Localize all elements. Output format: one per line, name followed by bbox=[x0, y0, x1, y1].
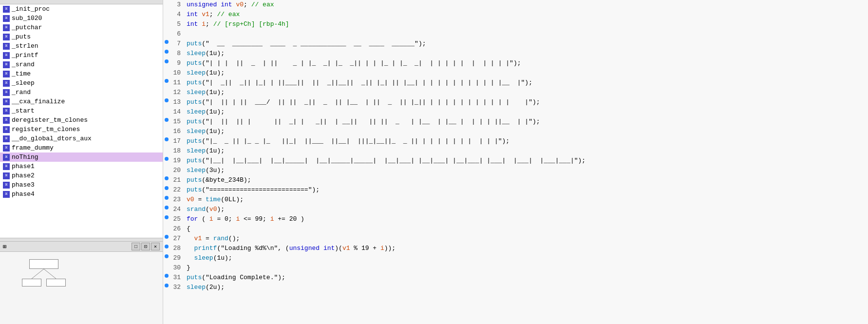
breakpoint-dot bbox=[165, 274, 169, 278]
function-item-_sleep[interactable]: ⌘_sleep bbox=[0, 78, 163, 88]
function-icon: ⌘ bbox=[3, 61, 10, 68]
function-item-_init_proc[interactable]: ⌘_init_proc bbox=[0, 4, 163, 14]
function-label: phase1 bbox=[12, 163, 35, 170]
code-line-29: 29 sleep(1u); bbox=[163, 253, 868, 263]
function-item-frame_dummy[interactable]: ⌘frame_dummy bbox=[0, 143, 163, 152]
line-dot-20 bbox=[163, 166, 170, 167]
line-dot-17 bbox=[163, 136, 170, 141]
function-item-phase2[interactable]: ⌘phase2 bbox=[0, 171, 163, 180]
graph-overview-title: ⊞ bbox=[3, 243, 132, 250]
line-content: puts("=========================="); bbox=[185, 185, 868, 194]
line-number: 14 bbox=[170, 107, 185, 115]
line-number: 32 bbox=[170, 283, 185, 291]
svg-line-1 bbox=[44, 269, 56, 279]
function-item-_strlen[interactable]: ⌘_strlen bbox=[0, 41, 163, 51]
function-item-__cxa_finalize[interactable]: ⌘__cxa_finalize bbox=[0, 97, 163, 106]
graph-edges bbox=[0, 252, 163, 324]
line-dot-11 bbox=[163, 78, 170, 83]
line-dot-14 bbox=[163, 107, 170, 108]
function-label: _time bbox=[12, 70, 31, 77]
line-number: 26 bbox=[170, 224, 185, 232]
function-item-sub_1020[interactable]: ⌘sub_1020 bbox=[0, 14, 163, 23]
line-content: puts("| || | || ___/ || || _|| _ || |__ … bbox=[185, 97, 868, 107]
line-number: 10 bbox=[170, 68, 185, 76]
line-dot-19 bbox=[163, 156, 170, 161]
graph-btn-close[interactable]: ✕ bbox=[151, 243, 160, 250]
line-number: 8 bbox=[170, 49, 185, 57]
graph-icon: ⊞ bbox=[3, 243, 6, 250]
code-line-32: 32sleep(2u); bbox=[163, 283, 868, 292]
function-item-_puts[interactable]: ⌘_puts bbox=[0, 32, 163, 41]
line-dot-8 bbox=[163, 49, 170, 54]
line-dot-30 bbox=[163, 263, 170, 264]
code-line-30: 30} bbox=[163, 263, 868, 273]
code-line-25: 25for ( i = 0; i <= 99; i += 20 ) bbox=[163, 214, 868, 224]
function-icon: ⌘ bbox=[3, 126, 10, 133]
function-item-phase4[interactable]: ⌘phase4 bbox=[0, 190, 163, 199]
function-item-phase1[interactable]: ⌘phase1 bbox=[0, 162, 163, 171]
function-item-register_tm_clones[interactable]: ⌘register_tm_clones bbox=[0, 125, 163, 134]
graph-btn-restore[interactable]: □ bbox=[132, 243, 140, 250]
function-icon: ⌘ bbox=[3, 71, 10, 77]
line-content: puts("Loading Complete."); bbox=[185, 273, 868, 282]
status-bar bbox=[0, 238, 163, 241]
line-dot-12 bbox=[163, 88, 170, 89]
code-line-23: 23v0 = time(0LL); bbox=[163, 195, 868, 205]
function-item-_time[interactable]: ⌘_time bbox=[0, 69, 163, 78]
graph-node-3 bbox=[46, 279, 66, 286]
function-label: _sleep bbox=[12, 79, 35, 87]
line-content: puts(&byte_234B); bbox=[185, 175, 868, 185]
function-icon: ⌘ bbox=[3, 182, 10, 189]
breakpoint-dot bbox=[165, 284, 169, 287]
line-dot-22 bbox=[163, 185, 170, 190]
line-dot-13 bbox=[163, 97, 170, 102]
function-label: frame_dummy bbox=[12, 144, 54, 152]
function-icon: ⌘ bbox=[3, 89, 10, 96]
code-line-18: 18sleep(1u); bbox=[163, 146, 868, 156]
line-dot-5 bbox=[163, 19, 170, 20]
function-item-phase3[interactable]: ⌘phase3 bbox=[0, 180, 163, 190]
breakpoint-dot bbox=[165, 40, 169, 44]
code-content: 3unsigned int v0; // eax4int v1; // eax5… bbox=[163, 0, 868, 292]
breakpoint-dot bbox=[165, 176, 169, 180]
function-item-_srand[interactable]: ⌘_srand bbox=[0, 60, 163, 69]
line-content: puts("| | | || _ | || _ | |_ _| |_ _|| |… bbox=[185, 58, 868, 68]
function-item-_putchar[interactable]: ⌘_putchar bbox=[0, 23, 163, 32]
line-content: int i; // [rsp+Ch] [rbp-4h] bbox=[185, 19, 868, 29]
svg-line-0 bbox=[32, 269, 44, 279]
breakpoint-dot bbox=[165, 235, 169, 239]
line-number: 24 bbox=[170, 205, 185, 213]
function-label: _strlen bbox=[12, 42, 38, 50]
breakpoint-dot bbox=[165, 245, 169, 248]
function-icon: ⌘ bbox=[3, 80, 10, 87]
line-dot-18 bbox=[163, 146, 170, 147]
function-label: _srand bbox=[12, 61, 35, 68]
function-label: _init_proc bbox=[12, 5, 50, 13]
line-number: 29 bbox=[170, 253, 185, 262]
function-label: _puts bbox=[12, 33, 31, 40]
code-line-27: 27 v1 = rand(); bbox=[163, 234, 868, 244]
function-list-container[interactable]: ⌘_init_proc⌘sub_1020⌘_putchar⌘_puts⌘_str… bbox=[0, 4, 163, 238]
code-panel[interactable]: 3unsigned int v0; // eax4int v1; // eax5… bbox=[163, 0, 868, 324]
function-item-noThing[interactable]: ⌘noThing bbox=[0, 152, 163, 162]
line-content: sleep(1u); bbox=[185, 127, 868, 136]
line-content: for ( i = 0; i <= 99; i += 20 ) bbox=[185, 214, 868, 224]
graph-btn-float[interactable]: ⊡ bbox=[141, 243, 150, 250]
line-number: 19 bbox=[170, 156, 185, 164]
code-line-12: 12sleep(1u); bbox=[163, 88, 868, 97]
line-content: sleep(1u); bbox=[185, 146, 868, 155]
line-number: 22 bbox=[170, 185, 185, 193]
line-content: sleep(1u); bbox=[185, 107, 868, 116]
line-number: 25 bbox=[170, 214, 185, 223]
line-number: 21 bbox=[170, 175, 185, 184]
line-dot-21 bbox=[163, 175, 170, 180]
function-icon: ⌘ bbox=[3, 24, 10, 31]
function-item-_rand[interactable]: ⌘_rand bbox=[0, 88, 163, 97]
code-line-3: 3unsigned int v0; // eax bbox=[163, 0, 868, 10]
function-item-_printf[interactable]: ⌘_printf bbox=[0, 51, 163, 60]
line-dot-26 bbox=[163, 224, 170, 225]
function-item-__do_global_dtors_aux[interactable]: ⌘__do_global_dtors_aux bbox=[0, 134, 163, 143]
function-item-deregister_tm_clones[interactable]: ⌘deregister_tm_clones bbox=[0, 115, 163, 125]
function-item-_start[interactable]: ⌘_start bbox=[0, 106, 163, 115]
code-line-17: 17puts("|_ _ || |_ _ |_ ||_| ||___ ||__|… bbox=[163, 136, 868, 146]
